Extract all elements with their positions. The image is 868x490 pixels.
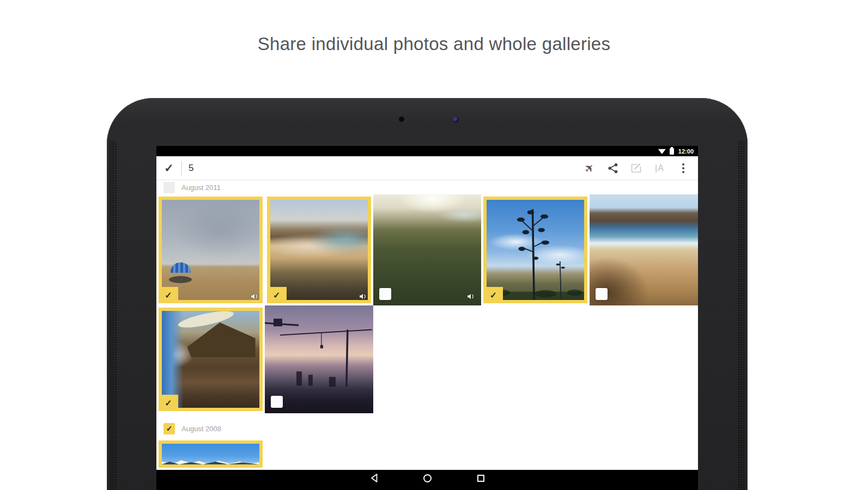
photo-checkbox-unchecked[interactable] [379,288,391,300]
photo-thumbnail[interactable] [156,438,265,470]
selected-check-badge [159,395,178,411]
photo-thumbnail[interactable] [265,194,373,305]
photo-row-1 [156,194,698,305]
overflow-menu-button[interactable] [671,156,695,180]
photo-checkbox-unchecked[interactable] [271,396,283,408]
section-header-aug2011: August 2011 [156,180,698,194]
audio-indicator-icon [359,293,367,300]
agave-tree-art [487,200,584,300]
photo-image [159,440,263,468]
selected-check-badge [159,287,178,303]
android-nav-bar [156,470,698,490]
edit-button-disabled[interactable] [624,156,648,180]
section-checkbox-unchecked[interactable] [163,182,175,193]
text-style-label: |A [655,163,664,173]
audio-indicator-icon [251,293,258,300]
text-style-button-disabled[interactable]: |A [648,156,671,180]
battery-icon [670,148,674,155]
clock-text: 12:00 [678,148,694,155]
photo-thumbnail[interactable] [265,305,373,413]
photo-thumbnail[interactable] [481,194,590,305]
section-label: August 2008 [181,425,221,433]
recents-button[interactable] [472,473,489,483]
section-checkbox-checked[interactable] [163,423,175,434]
action-bar-divider [181,161,182,175]
front-camera-dot [453,117,459,122]
airplane-icon: ✈ [581,160,597,176]
tablet-device-frame: 12:00 ✓ 5 ✈ [107,98,748,490]
back-button[interactable] [365,473,383,483]
device-screen: 12:00 ✓ 5 ✈ [156,146,698,490]
page-title: Share individual photos and whole galler… [0,34,868,54]
section-label: August 2011 [181,183,221,192]
photo-thumbnail[interactable] [373,194,482,305]
share-icon [608,163,618,174]
overflow-dots-icon [682,167,684,169]
back-triangle-icon [370,473,378,483]
recents-square-icon [477,475,484,482]
photo-checkbox-unchecked[interactable] [596,288,608,300]
section-header-aug2008: August 2008 [156,420,698,437]
wifi-icon [658,148,666,154]
photo-thumbnail[interactable] [156,194,265,305]
status-bar: 12:00 [156,146,698,156]
photo-row-2 [156,305,373,413]
photo-thumbnail[interactable] [590,194,698,305]
speaker-grille-right [738,140,745,490]
selected-check-badge [483,287,503,303]
share-button[interactable] [601,156,624,180]
light-sensor-dot [399,117,404,122]
selection-count: 5 [189,163,193,174]
done-checkmark-button[interactable]: ✓ [156,162,181,175]
edit-icon [630,162,642,174]
action-bar-actions: ✈ |A [578,156,695,180]
gallery-content: August 2011 [156,180,698,470]
audio-indicator-icon [467,293,475,300]
home-circle-icon [423,474,432,482]
photo-thumbnail[interactable] [156,305,265,413]
selected-check-badge [267,287,287,303]
home-button[interactable] [418,473,436,483]
send-airplane-button[interactable]: ✈ [578,156,601,180]
selection-action-bar: ✓ 5 ✈ [156,156,698,180]
speaker-grille-left [110,140,117,490]
